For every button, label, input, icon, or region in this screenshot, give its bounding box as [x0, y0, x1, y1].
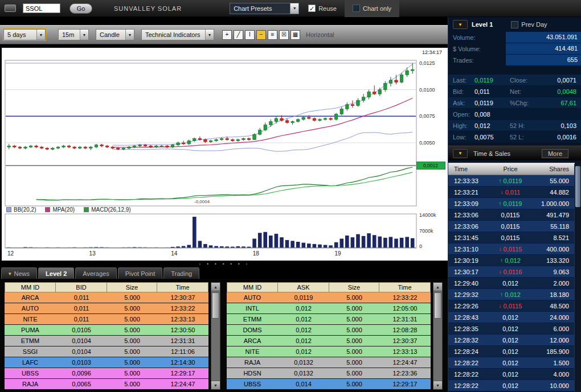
price-chart[interactable]: 0,01250,01000,00750,005014000k7000k01213… [2, 48, 448, 261]
time-sales-row[interactable]: 12:33:21↓0,01144.882 [448, 187, 575, 198]
level1-header: ▼ Level 1 Prev Day [448, 17, 581, 32]
tab-level-2[interactable]: Level 2 [38, 267, 74, 279]
scroll-down-icon[interactable]: ▼ [433, 381, 442, 389]
tool-minus-icon[interactable]: − [256, 30, 266, 40]
chart-only-checkbox[interactable] [353, 5, 360, 12]
time-sales-row[interactable]: 12:28:240,012185.900 [448, 346, 575, 357]
quote-row: Low:0,007552 L:0,0016 [448, 131, 581, 142]
time-sales-row[interactable]: 12:30:17↓0,01169.063 [448, 266, 575, 278]
level2-row[interactable]: ARCA0,0115.00012:30:37 [5, 292, 208, 303]
candlestick-chart[interactable]: 0,01250,01000,00750,005014000k7000k01213… [2, 48, 448, 261]
prev-day-checkbox-group[interactable]: Prev Day [511, 21, 547, 28]
svg-text:0: 0 [419, 244, 422, 249]
level2-row[interactable]: DOMS0,0125.00012:08:28 [227, 325, 431, 336]
time-sales-row[interactable]: 12:29:32↑0,01218.180 [448, 289, 575, 300]
time-sales-row[interactable]: 12:28:430,01224.000 [448, 312, 575, 323]
scroll-up-icon[interactable]: ▲ [211, 283, 220, 291]
level2-row[interactable]: RAJA0,01325.00012:24:47 [227, 357, 431, 368]
symbol-input[interactable] [23, 3, 60, 13]
chart-presets-dropdown[interactable]: Chart Presets ▼ [230, 3, 299, 14]
column-header: Size [329, 282, 379, 292]
dropdown-arrow-icon[interactable]: ▼ [453, 149, 468, 158]
time-sales-row[interactable]: 12:28:220,0124.000 [448, 369, 575, 380]
time-sales-row[interactable]: 12:33:060,011555.118 [448, 221, 575, 232]
time-sales-row[interactable]: 12:31:450,01158.521 [448, 232, 575, 244]
level1-title: Level 1 [472, 21, 493, 28]
reuse-checkbox[interactable]: ✓ [308, 5, 316, 12]
scrollbar-thumb[interactable] [212, 292, 219, 319]
svg-text:0,0100: 0,0100 [419, 87, 435, 93]
tab-news[interactable]: ▾News [1, 267, 37, 279]
quote-row: High:0,01252 H:0,103 [448, 120, 581, 131]
scrollbar-thumb[interactable] [575, 166, 580, 207]
technical-indicators-dropdown[interactable]: Technical Indicators ▼ [141, 29, 214, 40]
chevron-down-icon[interactable]: ▼ [80, 30, 88, 40]
tool-grid-icon[interactable]: ▦ [290, 30, 300, 40]
time-sales-row[interactable]: 12:28:320,01212.000 [448, 335, 575, 346]
tool-plus-icon[interactable]: + [222, 30, 232, 40]
time-sales-row[interactable]: 12:30:19↑0,012133.320 [448, 255, 575, 266]
dropdown-arrow-icon[interactable]: ▼ [453, 20, 468, 29]
tab-trading[interactable]: Trading [163, 267, 199, 279]
time-sales-row[interactable]: 12:29:26↓0,011548.500 [448, 300, 575, 312]
tool-slash-icon[interactable]: ╱ [234, 30, 243, 40]
time-sales-row[interactable]: 12:29:400,0122.000 [448, 278, 575, 289]
chevron-down-icon[interactable]: ▼ [290, 3, 298, 14]
time-sales-row[interactable]: 12:28:350,0126.000 [448, 323, 575, 335]
chevron-down-icon[interactable]: ▼ [36, 30, 45, 40]
time-sales-row[interactable]: 12:33:33↑0,011955.000 [448, 175, 575, 187]
level2-row[interactable]: ARCA0,0125.00012:30:37 [227, 336, 431, 346]
level2-row[interactable]: LAFC0,01035.00012:14:30 [5, 357, 208, 368]
time-sales-row[interactable]: 12:28:220,0121.500 [448, 357, 575, 369]
bid-table-scrollbar[interactable]: ▲ ▼ [211, 282, 220, 390]
tool-delete-icon[interactable]: ☒ [279, 30, 289, 40]
table-header-row: MM IDBIDSizeTime [5, 282, 208, 292]
company-name: SUNVALLEY SOLAR [114, 5, 182, 12]
time-sales-row[interactable]: 12:33:09↑0,01191.000.000 [448, 198, 575, 209]
level2-ask-table: MM IDASKSizeTimeAUTO0,01195.00012:33:22I… [227, 282, 431, 390]
tab-pivot-point[interactable]: Pivot Point [118, 267, 163, 279]
window-menu-icon[interactable] [5, 5, 16, 12]
tool-lines-icon[interactable]: ≡ [268, 30, 277, 40]
ask-table-scrollbar[interactable]: ▲ ▼ [433, 282, 443, 390]
go-button[interactable]: Go [69, 3, 92, 14]
level2-row[interactable]: ETMM0,01045.00012:31:31 [5, 336, 208, 346]
level2-row[interactable]: PUMA0,01055.00012:30:50 [5, 325, 208, 336]
level2-row[interactable]: RAJA0,00655.00012:24:47 [5, 379, 208, 390]
level2-row[interactable]: NITE0,0115.00012:33:13 [5, 314, 208, 325]
technical-indicators-label: Technical Indicators [142, 30, 205, 40]
level2-row[interactable]: AUTO0,01195.00012:33:22 [227, 292, 431, 303]
level2-row[interactable]: INTL0,0125.00012:05:00 [227, 303, 431, 314]
chart-only-checkbox-group[interactable]: Chart only [345, 0, 399, 17]
price-down-icon: ↓ [501, 189, 504, 196]
time-sales-row[interactable]: 12:31:10↓0,0115400.000 [448, 244, 575, 255]
level2-row[interactable]: ETMM0,0125.00012:31:31 [227, 314, 431, 325]
time-sales-row[interactable]: 12:28:220,01210.000 [448, 380, 575, 391]
level2-row[interactable]: AUTO0,0115.00012:33:22 [5, 303, 208, 314]
chart-legend: BB(20,2)MPA(20)MACD(26,12,9) [6, 207, 131, 213]
tool-ibeam-icon[interactable]: I [245, 30, 255, 40]
chart-pager[interactable]: ‹ • • • • • › [0, 261, 449, 267]
interval-dropdown[interactable]: 15m ▼ [58, 29, 89, 40]
chart-type-dropdown[interactable]: Candle ▼ [96, 29, 134, 40]
svg-text:0,0050: 0,0050 [419, 140, 435, 146]
time-sales-scrollbar[interactable] [574, 164, 581, 392]
prev-day-checkbox[interactable] [511, 21, 518, 28]
more-button[interactable]: More [542, 149, 568, 158]
range-dropdown[interactable]: 5 days ▼ [3, 29, 46, 40]
scroll-up-icon[interactable]: ▲ [433, 283, 442, 291]
scroll-down-icon[interactable]: ▼ [211, 381, 220, 389]
level2-row[interactable]: HDSN0,01325.00012:23:36 [227, 368, 431, 379]
level2-row[interactable]: SSGI0,01045.00012:11:06 [5, 346, 208, 357]
chevron-down-icon[interactable]: ▼ [125, 30, 134, 40]
time-sales-row[interactable]: 12:33:060,0115491.479 [448, 209, 575, 221]
chevron-down-icon[interactable]: ▼ [205, 30, 214, 40]
tab-averages[interactable]: Averages [75, 267, 116, 279]
chart-presets-label: Chart Presets [230, 3, 290, 14]
level2-row[interactable]: UBSS0,00965.00012:29:17 [5, 368, 208, 379]
level2-row[interactable]: UBSS0,0145.00012:29:17 [227, 379, 431, 390]
level2-row[interactable]: NITE0,0125.00012:33:13 [227, 346, 431, 357]
reuse-checkbox-group[interactable]: ✓ Reuse [308, 5, 337, 12]
scrollbar-thumb[interactable] [434, 292, 441, 319]
legend-swatch-icon [6, 207, 11, 212]
